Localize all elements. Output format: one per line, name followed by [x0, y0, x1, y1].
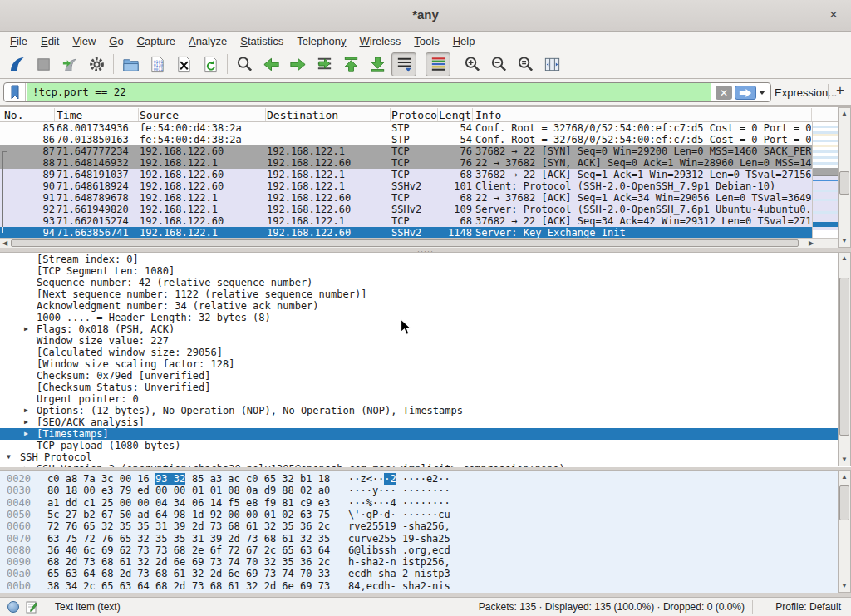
menu-go[interactable]: Go: [102, 33, 130, 49]
detail-line[interactable]: Sequence number: 42 (relative sequence n…: [0, 277, 838, 288]
apply-filter-icon[interactable]: [735, 86, 756, 100]
expand-chevron-icon[interactable]: ▶: [24, 323, 28, 335]
column-header-protocol[interactable]: Protocol: [389, 108, 438, 122]
column-header-length[interactable]: Length: [436, 108, 473, 122]
scroll-up-icon[interactable]: ▲: [839, 253, 850, 264]
file-close-button[interactable]: [171, 52, 196, 76]
collapse-chevron-icon[interactable]: ▼: [7, 451, 11, 463]
capture-start-button[interactable]: [4, 52, 29, 76]
scroll-down-icon[interactable]: ▼: [839, 235, 850, 247]
scroll-up-icon[interactable]: ▲: [839, 108, 850, 120]
detail-line[interactable]: Window size value: 227: [0, 335, 838, 347]
scroll-down-icon[interactable]: ▼: [839, 454, 850, 466]
go-first-button[interactable]: [338, 52, 363, 76]
detail-line[interactable]: ▶[SEQ/ACK analysis]: [0, 416, 838, 428]
hex-row-0090[interactable]: 009068 2d 73 68 61 32 2d 6e69 73 74 70 3…: [0, 556, 838, 568]
scroll-up-icon[interactable]: ▲: [839, 471, 850, 483]
packet-row-93[interactable]: 9371.662015274192.168.122.60192.168.122.…: [0, 215, 812, 227]
expand-chevron-icon[interactable]: ▶: [24, 416, 28, 428]
capture-options-button[interactable]: [84, 52, 109, 76]
scroll-down-icon[interactable]: ▼: [839, 580, 850, 592]
column-header-no[interactable]: No.: [0, 108, 55, 122]
close-icon[interactable]: ×: [824, 6, 843, 24]
detail-line[interactable]: [Next sequence number: 1122 (relative se…: [0, 288, 838, 300]
expand-chevron-icon[interactable]: ▶: [24, 405, 28, 416]
scrollbar-thumb[interactable]: [839, 278, 849, 436]
hex-row-00b0[interactable]: 00b038 34 2c 65 63 64 68 2d73 68 61 32 2…: [0, 580, 838, 592]
packet-row-92[interactable]: 9271.661949820192.168.122.1192.168.122.6…: [0, 204, 812, 215]
zoom-original-button[interactable]: [513, 52, 538, 76]
expert-info-icon[interactable]: [7, 601, 19, 613]
menu-analyze[interactable]: Analyze: [182, 33, 234, 49]
detail-line[interactable]: [Checksum Status: Unverified]: [0, 382, 838, 393]
bookmark-icon[interactable]: [4, 83, 26, 101]
add-filter-button[interactable]: +: [833, 82, 848, 101]
detail-line[interactable]: Acknowledgment number: 34 (relative ack …: [0, 300, 838, 312]
file-save-button[interactable]: 010101100011: [145, 52, 170, 76]
packet-row-88[interactable]: 8871.648146932192.168.122.1192.168.122.6…: [0, 157, 812, 169]
detail-line[interactable]: Checksum: 0x79ed [unverified]: [0, 370, 838, 382]
zoom-in-button[interactable]: [460, 52, 485, 76]
find-packet-button[interactable]: [232, 52, 257, 76]
auto-scroll-button[interactable]: [391, 52, 416, 76]
capture-stop-button[interactable]: [31, 52, 56, 76]
menu-edit[interactable]: Edit: [34, 33, 66, 49]
menu-telephony[interactable]: Telephony: [290, 33, 352, 49]
menu-view[interactable]: View: [66, 33, 102, 49]
go-last-button[interactable]: [365, 52, 390, 76]
packet-row-87[interactable]: 8771.647777234192.168.122.60192.168.122.…: [0, 145, 812, 157]
scrollbar-thumb[interactable]: [839, 171, 849, 195]
hex-row-0080[interactable]: 008036 40 6c 69 62 73 73 682e 6f 72 67 2…: [0, 545, 838, 556]
go-to-packet-button[interactable]: [312, 52, 337, 76]
detail-line[interactable]: [Stream index: 0]: [0, 254, 838, 265]
detail-line[interactable]: TCP payload (1080 bytes): [0, 440, 838, 451]
filter-history-chevron-icon[interactable]: [759, 91, 765, 95]
packet-row-89[interactable]: 8971.648191037192.168.122.60192.168.122.…: [0, 169, 812, 180]
scroll-right-icon[interactable]: ▶: [806, 239, 816, 248]
menu-statistics[interactable]: Statistics: [234, 33, 290, 49]
file-open-button[interactable]: [118, 52, 143, 76]
hex-vscrollbar[interactable]: ▲ ▼: [838, 471, 851, 593]
detail-line[interactable]: [TCP Segment Len: 1080]: [0, 265, 838, 277]
packet-row-94[interactable]: 9471.663856741192.168.122.1192.168.122.6…: [0, 227, 812, 239]
hex-row-0020[interactable]: 0020c0 a8 7a 3c 00 16 93 3285 a3 ac c0 6…: [0, 473, 838, 485]
file-reload-button[interactable]: [198, 52, 223, 76]
scrollbar-thumb[interactable]: [839, 485, 849, 520]
menu-file[interactable]: File: [3, 33, 34, 49]
expand-chevron-icon[interactable]: ▶: [24, 428, 28, 440]
menu-wireless[interactable]: Wireless: [353, 33, 408, 49]
filter-input[interactable]: !tcp.port == 22: [27, 83, 711, 101]
menu-capture[interactable]: Capture: [130, 33, 182, 49]
detail-line[interactable]: ▶Flags: 0x018 (PSH, ACK): [0, 323, 838, 335]
go-forward-button[interactable]: [285, 52, 310, 76]
packet-row-86[interactable]: 8670.013850163fe:54:00:d4:38:2aSTP54Conf…: [0, 134, 812, 145]
detail-line[interactable]: ▶[Timestamps]: [0, 428, 838, 440]
column-header-time[interactable]: Time: [54, 108, 139, 122]
detail-vscrollbar[interactable]: ▲ ▼: [838, 252, 851, 466]
packet-row-85[interactable]: 8568.001734936fe:54:00:d4:38:2aSTP54Conf…: [0, 122, 812, 134]
capture-restart-button[interactable]: [57, 52, 82, 76]
hex-row-0070[interactable]: 007063 75 72 76 65 32 35 3531 39 2d 73 6…: [0, 533, 838, 545]
packet-list-vscrollbar[interactable]: ▲ ▼: [838, 107, 851, 248]
detail-line[interactable]: ▼SSH Protocol: [0, 451, 838, 463]
hex-row-0040[interactable]: 0040a1 dd c1 25 00 00 04 3406 14 f5 e8 f…: [0, 497, 838, 509]
capture-comment-icon[interactable]: [26, 600, 38, 616]
detail-line[interactable]: Urgent pointer: 0: [0, 393, 838, 405]
detail-line[interactable]: ▶Options: (12 bytes), No-Operation (NOP)…: [0, 405, 838, 416]
scrollbar-thumb[interactable]: [11, 239, 799, 247]
hex-row-00a0[interactable]: 00a065 63 64 68 2d 73 68 6132 2d 6e 69 7…: [0, 568, 838, 579]
column-header-info[interactable]: Info: [473, 108, 812, 122]
hex-row-0060[interactable]: 006072 76 65 32 35 35 31 392d 73 68 61 3…: [0, 520, 838, 532]
packet-row-91[interactable]: 9171.648789678192.168.122.1192.168.122.6…: [0, 192, 812, 204]
column-header-destination[interactable]: Destination: [264, 108, 391, 122]
profile-label[interactable]: Profile: Default: [775, 601, 841, 613]
go-back-button[interactable]: [258, 52, 283, 76]
detail-line[interactable]: [Calculated window size: 29056]: [0, 347, 838, 358]
scroll-left-icon[interactable]: ◀: [0, 239, 10, 248]
hex-row-0030[interactable]: 003080 18 00 e3 79 ed 00 0001 01 08 0a d…: [0, 485, 838, 496]
detail-line[interactable]: 1000 .... = Header Length: 32 bytes (8): [0, 312, 838, 323]
packet-minimap-scrollbar[interactable]: [812, 122, 838, 239]
detail-line[interactable]: [Window size scaling factor: 128]: [0, 358, 838, 370]
menu-tools[interactable]: Tools: [407, 33, 445, 49]
zoom-out-button[interactable]: [486, 52, 511, 76]
